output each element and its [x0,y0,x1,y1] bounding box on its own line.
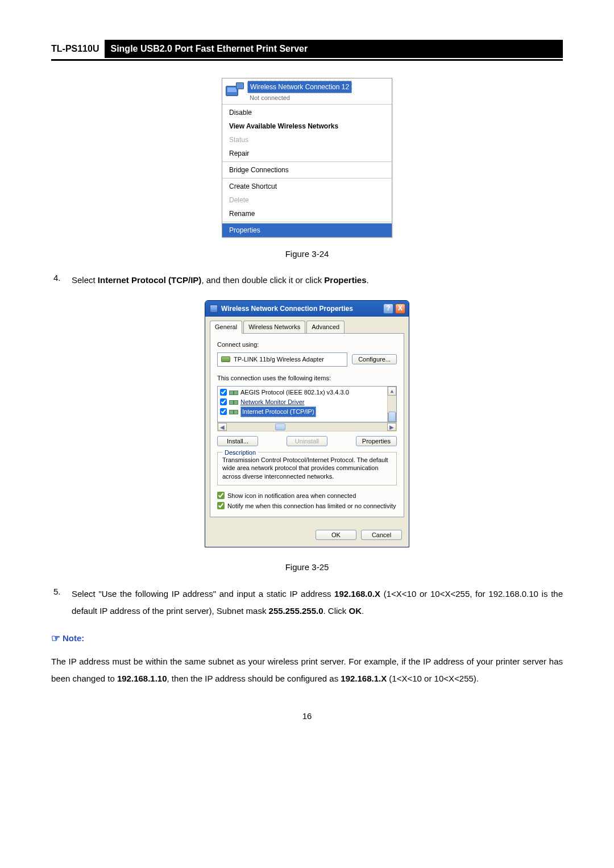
scroll-right-icon[interactable]: ▶ [387,423,396,431]
menu-delete: Delete [222,193,392,207]
show-icon-label: Show icon in notification area when conn… [227,491,356,501]
close-button[interactable]: X [395,304,405,314]
item-tcpip[interactable]: Internet Protocol (TCP/IP) [218,406,387,417]
dialog-footer: OK Cancel [205,522,409,547]
description-text: Transmission Control Protocol/Internet P… [222,456,392,480]
configure-button[interactable]: Configure... [352,354,397,364]
step-5-number: 5. [51,585,72,620]
figure-3-25-caption: Figure 3-25 [51,561,563,574]
menu-repair[interactable]: Repair [222,147,392,160]
connection-status: Not connected [247,93,388,103]
uninstall-button: Uninstall [287,436,327,446]
ok-button[interactable]: OK [316,530,356,540]
figure-3-24-caption: Figure 3-24 [51,248,563,261]
tab-panel-general: Connect using: TP-LINK 11b/g Wireless Ad… [210,333,404,517]
menu-properties[interactable]: Properties [222,223,392,237]
items-horizontal-scrollbar[interactable]: ◀ ▶ [217,422,397,431]
item-network-monitor[interactable]: Network Monitor Driver [218,397,387,407]
step-5: 5. Select "Use the following IP address"… [51,585,563,620]
item-aegis[interactable]: AEGIS Protocol (IEEE 802.1x) v3.4.3.0 [218,388,387,397]
tab-advanced[interactable]: Advanced [306,321,345,333]
protocol-icon [229,409,238,414]
install-button[interactable]: Install... [217,436,258,446]
menu-bridge[interactable]: Bridge Connections [222,163,392,177]
cancel-button[interactable]: Cancel [361,530,402,540]
scroll-thumb-h[interactable] [275,423,285,430]
context-menu: Wireless Network Connection 12 Not conne… [222,78,392,238]
uses-items-label: This connection uses the following items… [217,373,397,383]
dialog-titlebar: Wireless Network Connection Properties ?… [205,301,409,317]
title-label: Single USB2.0 Port Fast Ethernet Print S… [105,40,563,58]
item-aegis-checkbox[interactable] [220,389,227,396]
notify-label: Notify me when this connection has limit… [227,501,396,511]
properties-dialog: Wireless Network Connection Properties ?… [205,300,409,547]
dialog-title-icon [210,305,218,313]
protocol-icon [229,399,238,405]
item-nmd-checkbox[interactable] [220,398,227,405]
figure-3-25: Wireless Network Connection Properties ?… [51,300,563,551]
item-tcpip-checkbox[interactable] [220,408,227,415]
note-heading: ☞ Note: [51,631,563,646]
protocol-icon [229,389,238,395]
notify-row[interactable]: Notify me when this connection has limit… [217,501,397,511]
adapter-box: TP-LINK 11b/g Wireless Adapter [217,352,347,367]
adapter-name: TP-LINK 11b/g Wireless Adapter [234,355,324,364]
properties-button[interactable]: Properties [356,436,397,446]
menu-create-shortcut[interactable]: Create Shortcut [222,180,392,193]
menu-rename[interactable]: Rename [222,207,392,221]
model-label: TL-PS110U [51,40,105,58]
items-vertical-scrollbar[interactable]: ▲ ▼ [387,387,396,422]
scroll-left-icon[interactable]: ◀ [218,423,227,431]
scroll-up-icon[interactable]: ▲ [388,387,396,396]
step-4: 4. Select Internet Protocol (TCP/IP), an… [51,272,563,289]
network-connection-icon [226,82,244,101]
dialog-title: Wireless Network Connection Properties [221,304,381,314]
page-number: 16 [51,710,563,723]
items-listbox[interactable]: AEGIS Protocol (IEEE 802.1x) v3.4.3.0 Ne… [217,386,397,422]
show-icon-checkbox[interactable] [217,492,225,499]
description-fieldset: Description Transmission Control Protoco… [217,452,397,485]
connection-title: Wireless Network Connection 12 [247,81,352,93]
menu-disable[interactable]: Disable [222,106,392,119]
note-body: The IP address must be within the same s… [51,653,563,687]
scroll-thumb[interactable] [388,412,396,422]
show-icon-row[interactable]: Show icon in notification area when conn… [217,491,397,501]
tab-wireless-networks[interactable]: Wireless Networks [243,321,305,333]
figure-3-24: Wireless Network Connection 12 Not conne… [51,78,563,238]
context-menu-header: Wireless Network Connection 12 Not conne… [222,78,392,103]
menu-view-networks[interactable]: View Available Wireless Networks [222,119,392,133]
help-button[interactable]: ? [383,304,393,314]
tab-general[interactable]: General [210,321,242,334]
dialog-tabs: General Wireless Networks Advanced [210,321,404,334]
page-header: TL-PS110U Single USB2.0 Port Fast Ethern… [51,40,563,61]
connect-using-label: Connect using: [217,340,397,350]
nic-icon [221,356,230,362]
description-legend: Description [222,448,258,458]
notify-checkbox[interactable] [217,502,225,509]
menu-status: Status [222,133,392,147]
step-4-number: 4. [51,272,72,289]
pointing-hand-icon: ☞ [51,631,60,646]
